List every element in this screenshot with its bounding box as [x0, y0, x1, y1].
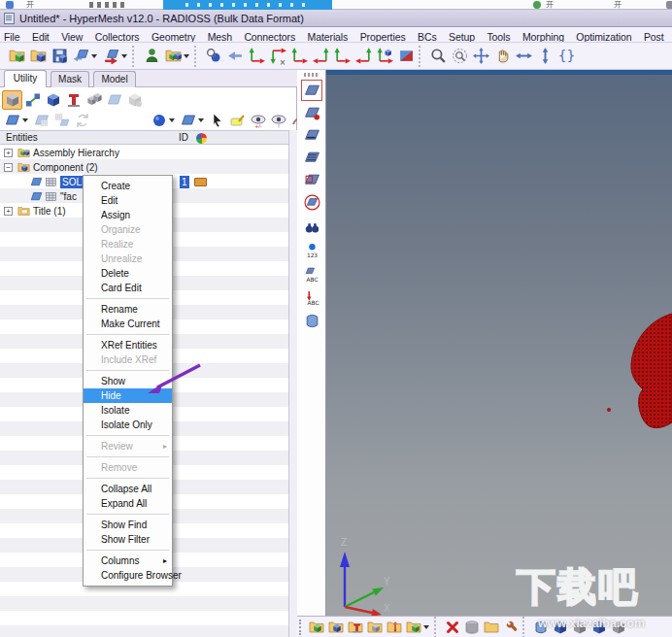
menu-optimization[interactable]: Optimization [572, 29, 635, 43]
new-model-icon[interactable] [6, 46, 27, 67]
view-iso-icon[interactable] [374, 46, 395, 67]
zoom-icon[interactable] [427, 46, 449, 67]
close-icon[interactable]: × [280, 58, 286, 68]
menu-file[interactable]: File [0, 29, 24, 43]
properties-collector-icon[interactable] [365, 618, 385, 637]
hand-icon[interactable] [491, 46, 513, 67]
display-geometry-dropdown-icon[interactable] [198, 118, 204, 122]
menu-item-create[interactable]: Create [84, 179, 172, 193]
braces-zoom-icon[interactable] [555, 46, 577, 67]
surface-display-icon[interactable] [302, 311, 321, 330]
circle-zoom-icon[interactable] [449, 46, 470, 67]
organize-dropdown-icon[interactable] [184, 54, 189, 58]
expand-icon[interactable] [4, 149, 13, 157]
mask-icon[interactable] [31, 111, 51, 130]
loads-collector-icon[interactable] [385, 618, 404, 637]
display-geometry-icon[interactable] [178, 111, 198, 130]
element-tool-icon[interactable] [589, 618, 609, 637]
numbers-display-icon[interactable]: 123 [302, 241, 321, 260]
save-model-icon[interactable] [49, 46, 70, 67]
config-view-icon[interactable] [124, 90, 145, 110]
menu-item-assign[interactable]: Assign [84, 208, 172, 222]
tree-header-entities[interactable]: Entities [6, 132, 38, 143]
show-geometry-dropdown-icon[interactable] [22, 118, 28, 122]
menu-item-configure-browser[interactable]: Configure Browser [84, 568, 172, 583]
menu-morphing[interactable]: Morphing [519, 29, 568, 43]
export-dropdown-icon[interactable] [121, 54, 127, 58]
menu-properties[interactable]: Properties [356, 29, 410, 43]
menu-edit[interactable]: Edit [28, 29, 53, 43]
browser-tab-icon-2[interactable] [533, 1, 541, 9]
tree-row-component[interactable]: Component (2) [0, 160, 288, 175]
browser-tab-icon-3[interactable] [666, 1, 672, 9]
delete-icon[interactable] [443, 618, 462, 637]
import-icon[interactable] [70, 46, 91, 67]
view-right-icon[interactable] [310, 46, 331, 67]
menu-item-show-filter[interactable]: Show Filter [84, 532, 172, 547]
menu-item-hide[interactable]: Hide [84, 388, 172, 403]
view-top-icon[interactable] [246, 46, 267, 67]
component-view-icon[interactable] [43, 90, 63, 110]
menu-item-isolate[interactable]: Isolate [84, 403, 172, 418]
view-back-icon[interactable] [353, 46, 374, 67]
toolbar-drag-handle[interactable] [299, 620, 304, 635]
menu-item-collapse-all[interactable]: Collapse All [84, 482, 172, 496]
menu-item-make-current[interactable]: Make Current [84, 317, 172, 331]
menu-bcs[interactable]: BCs [414, 29, 441, 43]
menu-item-edit[interactable]: Edit [84, 193, 172, 208]
display-sphere-icon[interactable] [149, 111, 169, 130]
tab-mask[interactable]: Mask [50, 71, 89, 87]
menu-item-show-find[interactable]: Show Find [84, 518, 172, 532]
view-front-icon[interactable] [331, 46, 353, 67]
show-geometry-icon[interactable] [2, 111, 22, 130]
solids-icon[interactable] [462, 618, 482, 637]
browser-active-tab[interactable] [163, 0, 332, 10]
pan-icon[interactable] [470, 46, 491, 67]
browser-mode-icon[interactable] [2, 90, 22, 110]
labels-display-icon[interactable]: ABC [302, 264, 321, 284]
collapse-icon[interactable] [4, 163, 13, 172]
highlight-icon[interactable] [227, 111, 248, 130]
menu-view[interactable]: View [57, 29, 86, 43]
assembly-view-icon[interactable] [104, 90, 124, 110]
menu-item-card-edit[interactable]: Card Edit [84, 281, 172, 295]
component-color-swatch[interactable] [194, 178, 207, 186]
menu-tools[interactable]: Tools [483, 29, 514, 43]
menu-item-expand-all[interactable]: Expand All [84, 496, 172, 511]
display-sphere-dropdown-icon[interactable] [169, 118, 175, 122]
tab-model[interactable]: Model [93, 71, 136, 87]
arrow-labels-icon[interactable]: ABC [302, 287, 321, 307]
menu-item-delete[interactable]: Delete [84, 266, 172, 281]
tree-header-color-icon[interactable] [196, 133, 207, 144]
tree-scrollbar[interactable] [288, 130, 297, 637]
show-hide-eye-icon[interactable]: +/- [248, 111, 268, 130]
organize-files-icon[interactable] [162, 46, 184, 67]
tree-header-id[interactable]: ID [179, 132, 188, 143]
xref-view-icon[interactable] [22, 90, 43, 110]
materials-collector-icon[interactable] [346, 618, 365, 637]
isolate-eye-icon[interactable]: ! [268, 111, 288, 130]
property-view-icon[interactable] [84, 90, 104, 110]
previous-view-icon[interactable] [224, 46, 246, 67]
toolbar-drag-handle[interactable] [304, 73, 319, 77]
graphics-viewport[interactable]: Z Y X [326, 70, 672, 616]
menu-item-columns[interactable]: Columns [84, 553, 172, 568]
menu-item-isolate-only[interactable]: Isolate Only [84, 418, 172, 432]
feature-lines-icon[interactable] [302, 170, 321, 189]
material-view-icon[interactable] [63, 90, 84, 110]
fit-view-icon[interactable] [203, 46, 224, 67]
browser-tab-icon[interactable] [6, 1, 14, 9]
hidden-line-icon[interactable] [302, 125, 321, 145]
menu-item-show[interactable]: Show [84, 374, 172, 388]
open-model-icon[interactable] [27, 46, 49, 67]
menu-mesh[interactable]: Mesh [204, 29, 236, 43]
transparency-icon[interactable] [302, 192, 321, 212]
menu-connectors[interactable]: Connectors [240, 29, 299, 43]
binoculars-icon[interactable] [302, 218, 321, 237]
menu-collectors[interactable]: Collectors [91, 29, 144, 43]
mesh-lines-icon[interactable] [302, 148, 321, 167]
wireframe-geometry-icon[interactable] [302, 81, 321, 100]
title-bar[interactable]: Untitled* - HyperMesh v12.0 - RADIOSS (B… [0, 10, 672, 27]
user-profiles-icon[interactable] [141, 46, 162, 67]
systems-collector-icon[interactable] [404, 618, 423, 637]
